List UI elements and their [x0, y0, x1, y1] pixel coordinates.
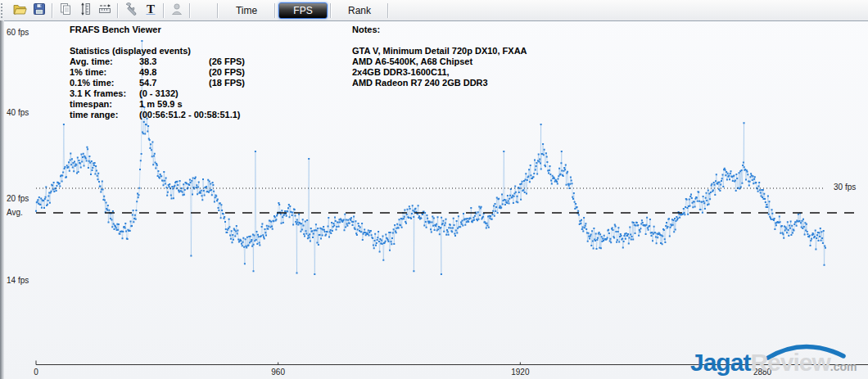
- stat-extra: (26 FPS): [209, 56, 245, 67]
- x-axis-label: 1920: [511, 368, 529, 377]
- open-folder-icon: [12, 2, 27, 20]
- tab-fps[interactable]: FPS: [278, 2, 328, 19]
- user-icon: [170, 2, 184, 20]
- y-axis-label-20fps: 20 fps: [7, 194, 29, 203]
- text-annotation-button[interactable]: T: [141, 2, 160, 19]
- save-floppy-icon: [32, 2, 47, 20]
- stat-label: 1% time:: [70, 67, 106, 78]
- horizontal-measure-button[interactable]: [95, 2, 115, 19]
- logo-com-text: .com: [830, 360, 857, 373]
- toolbar-grip[interactable]: [1, 3, 7, 18]
- svg-text:T: T: [147, 2, 155, 15]
- stat-label: 3.1 K frames:: [70, 88, 126, 99]
- page-title: FRAFS Bench Viewer: [70, 25, 161, 35]
- notes-heading: Notes:: [352, 25, 380, 35]
- x-axis-label: 0: [34, 368, 38, 377]
- stat-extra: (20 FPS): [209, 67, 245, 78]
- tools-button[interactable]: [121, 2, 141, 19]
- logo-jagat-text: Jagat: [690, 349, 750, 377]
- stat-extra: (18 FPS): [209, 78, 245, 88]
- toolbar-separator: [217, 3, 219, 18]
- ref-line-label-avg: Avg.: [7, 208, 23, 217]
- statistics-heading: Statistics (displayed events): [70, 46, 191, 56]
- note-line: AMD A6-5400K, A68 Chipset: [352, 56, 472, 67]
- note-line: GTA V, Minimum Detail 720p DX10, FXAA: [352, 46, 527, 56]
- copy-button[interactable]: [56, 2, 75, 19]
- stat-value: (0 - 3132): [139, 88, 179, 99]
- left-window-edge[interactable]: [0, 20, 4, 379]
- toolbar-separator: [163, 3, 165, 18]
- tab-rank[interactable]: Rank: [334, 2, 385, 19]
- stat-value: 1 m 59.9 s: [139, 99, 183, 110]
- jagat-review-logo: JagatReview.com: [690, 340, 866, 377]
- frafs-bench-viewer-window: T Time FPS Rank FRAFS: [0, 0, 868, 379]
- horizontal-ruler-icon: [97, 2, 112, 20]
- toolbar-separator: [387, 3, 389, 18]
- y-axis-label-40fps: 40 fps: [7, 108, 29, 117]
- user-button[interactable]: [167, 2, 187, 19]
- stat-value: 49.8: [139, 67, 156, 78]
- stat-value: 38.3: [139, 56, 156, 67]
- tab-time[interactable]: Time: [221, 2, 272, 19]
- open-file-button[interactable]: [10, 2, 29, 19]
- y-axis-label-14fps: 14 fps: [7, 276, 29, 285]
- text-T-icon: T: [143, 2, 158, 20]
- toolbar-separator: [52, 3, 53, 18]
- copy-pages-icon: [58, 2, 73, 20]
- ref-line-label-30fps: 30 fps: [834, 183, 856, 192]
- y-axis-label-60fps: 60 fps: [7, 28, 29, 37]
- save-button[interactable]: [29, 2, 49, 19]
- chart-region: FRAFS Bench Viewer Statistics (displayed…: [0, 20, 868, 379]
- note-line: 2x4GB DDR3-1600C11,: [352, 67, 450, 78]
- x-axis-label: 960: [271, 368, 285, 377]
- toolbar: T Time FPS Rank: [0, 0, 868, 21]
- toolbar-separator: [274, 3, 276, 18]
- wrench-icon: [124, 2, 138, 20]
- stat-label: timespan:: [70, 99, 112, 110]
- stat-value: (00:56:51.2 - 00:58:51.1): [139, 110, 241, 120]
- toolbar-separator: [189, 3, 191, 18]
- note-line: AMD Radeon R7 240 2GB DDR3: [352, 78, 488, 88]
- stat-value: 54.7: [139, 78, 156, 88]
- vertical-measure-button[interactable]: [75, 2, 95, 19]
- toolbar-separator: [117, 3, 119, 18]
- vertical-ruler-icon: [78, 2, 93, 20]
- toolbar-separator: [330, 3, 332, 18]
- stat-label: Avg. time:: [70, 56, 113, 67]
- stat-label: 0.1% time:: [70, 78, 114, 88]
- stat-label: time range:: [70, 110, 118, 120]
- logo-review-text: Review: [750, 349, 830, 377]
